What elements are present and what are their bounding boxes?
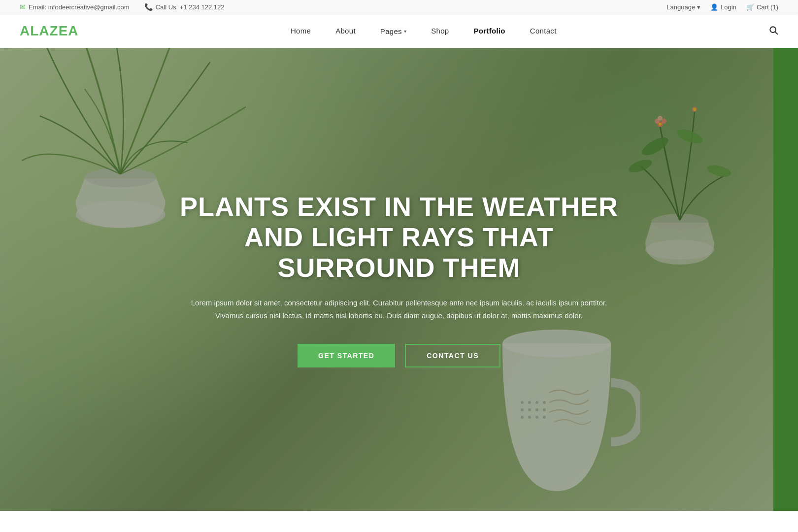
pages-chevron-icon: ▾ xyxy=(404,29,406,34)
right-green-strip xyxy=(773,48,798,511)
email-text: Email: infodeercreative@gmail.com xyxy=(29,3,130,11)
hero-buttons: GET STARTED CONTACT US xyxy=(167,344,631,367)
svg-line-1 xyxy=(775,32,778,34)
contact-us-button[interactable]: CONTACT US xyxy=(405,344,500,367)
nav-link-home[interactable]: Home xyxy=(291,27,311,35)
nav-links: Home About Pages ▾ Shop Portfolio Contac… xyxy=(291,27,557,35)
cart-button[interactable]: 🛒 Cart (1) xyxy=(746,3,778,11)
nav-item-about[interactable]: About xyxy=(335,27,356,35)
top-bar-left: ✉ Email: infodeercreative@gmail.com 📞 Ca… xyxy=(20,3,225,11)
nav-link-about[interactable]: About xyxy=(335,27,356,35)
logo-suffix: ZEA xyxy=(50,23,79,38)
language-selector[interactable]: Language ▾ xyxy=(666,3,700,11)
phone-icon: 📞 xyxy=(144,3,153,11)
cart-label: Cart (1) xyxy=(757,3,778,11)
logo[interactable]: ALAZEA xyxy=(20,23,79,39)
nav-item-portfolio[interactable]: Portfolio xyxy=(473,27,505,35)
hero-content: PLANTS EXIST IN THE WEATHER AND LIGHT RA… xyxy=(128,191,670,368)
login-button[interactable]: 👤 Login xyxy=(710,3,736,11)
top-bar-right: Language ▾ 👤 Login 🛒 Cart (1) xyxy=(666,3,778,11)
chevron-down-icon: ▾ xyxy=(697,3,700,11)
nav-link-pages[interactable]: Pages ▾ xyxy=(380,27,406,35)
search-icon[interactable] xyxy=(768,25,778,37)
language-label: Language xyxy=(666,3,695,11)
email-item: ✉ Email: infodeercreative@gmail.com xyxy=(20,3,130,11)
phone-text: Call Us: +1 234 122 122 xyxy=(156,3,225,11)
nav-item-shop[interactable]: Shop xyxy=(431,27,449,35)
nav-item-contact[interactable]: Contact xyxy=(530,27,557,35)
email-icon: ✉ xyxy=(20,3,26,11)
nav-item-pages[interactable]: Pages ▾ xyxy=(380,27,406,35)
login-icon: 👤 xyxy=(710,3,718,11)
login-label: Login xyxy=(721,3,736,11)
navbar: ALAZEA Home About Pages ▾ Shop Portfolio… xyxy=(0,14,798,48)
hero-section: PLANTS EXIST IN THE WEATHER AND LIGHT RA… xyxy=(0,48,798,511)
phone-item: 📞 Call Us: +1 234 122 122 xyxy=(144,3,225,11)
get-started-button[interactable]: GET STARTED xyxy=(298,344,395,367)
hero-description: Lorem ipsum dolor sit amet, consectetur … xyxy=(177,297,621,323)
nav-item-home[interactable]: Home xyxy=(291,27,311,35)
logo-prefix: ALA xyxy=(20,23,50,38)
hero-title: PLANTS EXIST IN THE WEATHER AND LIGHT RA… xyxy=(167,191,631,283)
cart-icon: 🛒 xyxy=(746,3,754,11)
nav-link-contact[interactable]: Contact xyxy=(530,27,557,35)
nav-link-portfolio[interactable]: Portfolio xyxy=(473,27,505,35)
nav-link-shop[interactable]: Shop xyxy=(431,27,449,35)
top-bar: ✉ Email: infodeercreative@gmail.com 📞 Ca… xyxy=(0,0,798,14)
